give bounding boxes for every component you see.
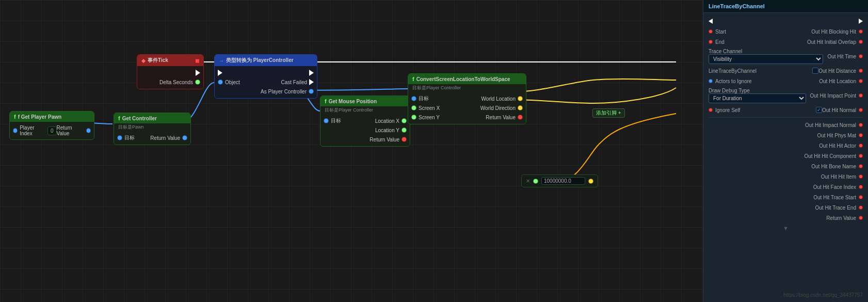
pin-world-dir-dot <box>518 105 523 110</box>
pin-locx-dot <box>401 118 407 123</box>
pin-object-row: Object Cast Failed <box>215 77 317 87</box>
pin-hit-item-dot <box>859 174 863 179</box>
panel-hit-distance-right: Out Hit Distance <box>818 68 863 74</box>
node-get-controller-header: f Get Controller <box>114 113 190 123</box>
pin-hit-loc-label: Out Hit Location <box>819 78 856 84</box>
node-get-player-pawn-header: f f Get Player Pawn <box>10 112 94 122</box>
trace-channel-select[interactable]: Visibility Camera WorldStatic <box>709 54 823 64</box>
node-cast-body: Object Cast Failed As Player Controller <box>215 66 317 98</box>
pin-player-index-dot <box>13 128 18 133</box>
pin-phys-mat-dot <box>859 133 863 137</box>
pin-retval-label: Return Value <box>486 115 516 120</box>
pin-delta-row: Delta Seconds <box>137 77 203 87</box>
node-convert-screen-body: 目标 World Location Screen X World Directi… <box>408 92 526 124</box>
pin-hit-time-dot <box>859 54 863 58</box>
panel-start-row: Start Out Hit Blocking Hit <box>709 26 863 37</box>
add-pin-button[interactable]: 添加引脚 + <box>592 108 625 118</box>
pin-retval-label: Return Value <box>369 137 399 142</box>
pin-overlap-label: Out Hit Initial Overlap <box>807 39 856 45</box>
node-event-tick-body: Delta Seconds <box>137 66 203 89</box>
panel-return-value-row: Return Value <box>709 213 863 223</box>
ignore-self-checkbox[interactable]: ✓ <box>816 107 822 113</box>
pin-hit-impact-label: Out Hit Impact Point <box>810 93 856 99</box>
scroll-indicator: ▼ <box>709 223 863 233</box>
pin-world-loc-label: World Location <box>481 96 516 102</box>
pin-locy-right: Location Y <box>375 128 407 133</box>
wire-yellow-2 <box>511 88 676 103</box>
pin-target-label: 目标 <box>331 117 341 124</box>
pin-end-label: End <box>715 39 807 45</box>
pin-locy-dot <box>401 128 407 133</box>
pin-start-dot <box>709 29 713 34</box>
panel-trace-channel-left: Trace Channel Visibility Camera WorldSta… <box>709 49 823 64</box>
pin-retval-dot <box>518 115 523 120</box>
pin-as-pc-row: As Player Controller <box>215 87 317 96</box>
pin-return-label: Return Value <box>150 135 180 141</box>
node-get-mouse-title: Get Mouse Position <box>329 99 377 104</box>
pin-as-pc-right: As Player Controller <box>261 89 314 94</box>
pin-start-label: Start <box>715 29 811 35</box>
node-convert-screen-subtitle: 目标是Player Controller <box>408 84 526 92</box>
pin-object-dot <box>218 80 223 85</box>
pin-screeny-left: Screen Y <box>411 115 440 120</box>
panel-divider <box>709 117 863 118</box>
value-pin-dot <box>533 179 538 184</box>
pin-ignore-self-dot <box>709 108 713 112</box>
pin-retval-right: Return Value <box>369 137 407 142</box>
pin-trace-start-label: Out Hit Trace Start <box>813 195 856 200</box>
pin-screenx-left: Screen X <box>411 105 440 111</box>
pin-hit-component-dot <box>859 154 863 158</box>
pin-screeny-row: Screen Y Return Value <box>408 113 526 122</box>
trace-complex-checkbox[interactable] <box>812 68 818 74</box>
pin-actors-label: Actors to Ignore <box>715 78 819 84</box>
pin-world-loc-right: World Location <box>481 96 523 102</box>
node-event-tick-title: 事件Tick <box>148 57 168 64</box>
pin-locy-label: Location Y <box>375 128 399 133</box>
panel-ignore-self-row: Ignore Self ✓ Out Hit Normal <box>709 105 863 115</box>
panel-trace-start-row: Out Hit Trace Start <box>709 192 863 202</box>
pin-as-pc-dot <box>309 89 314 94</box>
pin-player-index-value[interactable]: 0 <box>47 126 57 135</box>
pin-actors-dot <box>709 79 713 83</box>
pin-target-dot <box>324 118 329 123</box>
pin-locy-row: Location Y <box>320 125 410 135</box>
trace-channel-label: Trace Channel <box>709 49 823 54</box>
pin-delta-dot <box>195 80 200 85</box>
node-get-controller-subtitle: 目标是Pawn <box>114 123 190 131</box>
panel-face-index-right: Out Hit Face Index <box>813 184 863 190</box>
pin-face-index-dot <box>859 185 863 189</box>
pin-exec-in <box>218 70 222 76</box>
panel-ignore-self-left: Ignore Self ✓ <box>709 107 822 113</box>
node-event-tick-header: ◆ 事件Tick ◼ <box>137 55 203 66</box>
pin-trace-end-dot <box>859 205 863 210</box>
panel-end-row: End Out Hit Initial Overlap <box>709 37 863 47</box>
pin-return-dot <box>182 135 187 140</box>
pin-ignore-self-label: Ignore Self <box>715 107 813 113</box>
value-node: ✕ <box>521 174 598 187</box>
pin-world-dir-right: World Direction <box>480 105 523 111</box>
node-convert-screen-header: f ConvertScreenLocationToWorldSpace <box>408 74 526 84</box>
panel-trace-complex-row: LineTraceByChannel Out Hit Distance <box>709 66 863 76</box>
value-input[interactable] <box>541 177 585 185</box>
pin-face-index-label: Out Hit Face Index <box>813 184 856 190</box>
node-get-mouse-body: 目标 Location X Location Y Return Value <box>320 114 410 146</box>
panel-hit-actor-right: Out Hit Hit Actor <box>819 143 863 149</box>
panel-start-left: Start <box>709 29 811 35</box>
node-cast-player-controller: → 类型转换为 PlayerController Object Cast Fai… <box>214 54 317 99</box>
pin-return-value-dot <box>859 216 863 220</box>
pin-hit-loc-dot <box>859 79 863 83</box>
panel-hit-normal-right: Out Hit Normal <box>822 107 863 113</box>
watermark: https://blog.csdn.net/qq_34437757 <box>784 292 863 298</box>
right-panel: LineTraceByChannel Start Out Hit Blockin… <box>703 0 868 302</box>
pin-hit-distance-dot <box>859 69 863 73</box>
value-out-dot <box>588 179 593 184</box>
pin-exec-out <box>196 70 200 76</box>
pin-locx-right: Location X <box>375 118 407 124</box>
panel-draw-debug-left: Draw Debug Type None For One Frame For D… <box>709 88 806 103</box>
pin-object-left: Object <box>218 80 240 85</box>
panel-actors-row: Actors to Ignore Out Hit Location <box>709 76 863 86</box>
right-panel-title: LineTraceByChannel <box>709 3 765 9</box>
pin-blocking-dot <box>859 29 863 34</box>
pin-object-label: Object <box>225 80 240 85</box>
draw-debug-select[interactable]: None For One Frame For Duration Persiste… <box>709 93 806 103</box>
